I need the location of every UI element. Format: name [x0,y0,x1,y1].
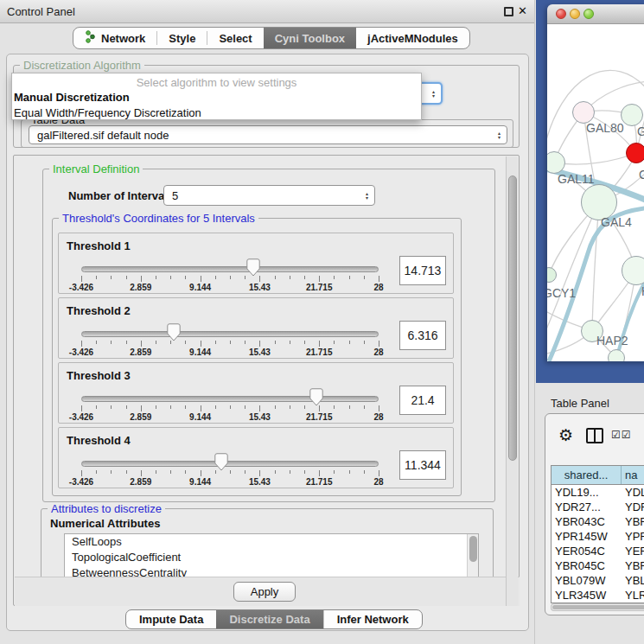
slider-tick [290,276,290,279]
cell-shared-name[interactable]: YBR045C [552,558,622,573]
cell-name[interactable]: YDL1 [622,485,644,500]
slider-scale-label: 15.43 [240,283,278,292]
number-of-intervals-combobox[interactable]: 5 ▴▾ [163,185,375,206]
slider-knob[interactable] [167,323,181,341]
attribute-item[interactable]: BetweennessCentrality [65,565,478,577]
red-node[interactable] [626,143,644,163]
numerical-attributes-list[interactable]: SelfLoopsTopologicalCoefficientBetweenne… [64,533,479,577]
apply-button[interactable]: Apply [233,582,296,602]
slider-knob[interactable] [309,388,323,406]
bottom-node[interactable] [608,349,625,361]
tab-impute-data[interactable]: Impute Data [126,610,216,628]
tab-select[interactable]: Select [207,28,263,48]
table-data-combobox[interactable]: galFiltered.sif default node ▴▾ [29,125,507,144]
network-window-titlebar[interactable] [547,4,644,24]
cell-shared-name[interactable]: YBR043C [552,514,622,529]
table-row[interactable]: YLR345WYLR3 [552,588,644,603]
cell-name[interactable]: YLR3 [622,588,644,603]
table-row[interactable]: YDL19...YDL1 [552,485,644,500]
scrollbar-thumb[interactable] [469,536,477,562]
slider-track[interactable] [81,331,379,337]
cell-name[interactable]: YER0 [622,544,644,558]
table-row[interactable]: YBR043CYBR0 [552,514,644,529]
cell-shared-name[interactable]: YDL19... [552,485,622,500]
slider-scale-label: 9.144 [182,283,220,292]
slider-scale-label: 21.715 [300,412,338,422]
settings-vertical-scrollbar[interactable] [506,156,518,606]
table-rows: YDL19...YDL1YDR27...YDR2YBR043CYBR0YPR14… [552,485,644,603]
threshold-3-slider[interactable]: -3.4262.8599.14415.4321.71528 [59,363,398,424]
cell-shared-name[interactable]: YDR27... [552,500,622,514]
close-icon[interactable]: ✕ [518,4,527,17]
network-view-window[interactable]: GAL80GCGAL11GAL4GCY1HHAP2 [547,4,644,361]
table-row[interactable]: YDR27...YDR2 [552,500,644,514]
attributes-scrollbar[interactable] [467,534,478,577]
table-row[interactable]: YBL079WYBL0 [552,573,644,588]
table-row[interactable]: YBR045CYBR0 [552,558,644,573]
select-columns-checkboxes-icon[interactable]: ☑☑ [611,429,632,441]
table-row[interactable]: YPR145WYPR1 [552,529,644,544]
cell-name[interactable]: YBL0 [622,573,644,588]
slider-scale-label: 28 [360,477,398,487]
slider-scale-label: 15.43 [240,348,278,357]
cell-name[interactable]: YDR2 [622,500,644,514]
slider-knob[interactable] [246,258,260,277]
algorithm-option-manual[interactable]: Manual Discretization [12,90,421,105]
attribute-item[interactable]: SelfLoops [65,534,478,550]
column-header-shared-name[interactable]: shared... [552,466,622,484]
slider-track[interactable] [81,396,379,402]
threshold-4-slider[interactable]: -3.4262.8599.14415.4321.71528 [59,428,398,489]
slider-track[interactable] [81,266,379,272]
threshold-4-value-field[interactable]: 11.344 [399,450,446,480]
tab-style[interactable]: Style [157,28,207,48]
threshold-3-value-field[interactable]: 21.4 [399,386,446,415]
node-label: GAL4 [601,215,632,229]
cell-shared-name[interactable]: YPR145W [552,529,622,544]
threshold-2-value-field[interactable]: 6.316 [399,321,446,350]
cell-shared-name[interactable]: YLR345W [552,588,622,603]
slider-scale-label: -3.426 [62,283,100,292]
close-traffic-light-icon[interactable] [556,9,566,19]
node-attribute-table[interactable]: shared... na YDL19...YDL1YDR27...YDR2YBR… [551,465,644,603]
cell-name[interactable]: YBR0 [622,558,644,573]
network-canvas[interactable]: GAL80GCGAL11GAL4GCY1HHAP2 [547,24,644,361]
scrollbar-thumb[interactable] [508,175,517,461]
attribute-item[interactable]: TopologicalCoefficient [65,550,478,565]
slider-tick [156,341,156,344]
gear-icon[interactable]: ⚙ [558,425,573,444]
tab-network[interactable]: Network [73,28,156,48]
table-horizontal-scrollbar[interactable] [551,603,644,611]
slider-tick [275,470,276,474]
zoom-traffic-light-icon[interactable] [583,9,594,19]
algorithm-option-equal-width[interactable]: Equal Width/Frequency Discretization [12,105,421,121]
tab-infer-network[interactable]: Infer Network [324,610,422,628]
slider-tick [230,470,231,474]
slider-tick [201,341,201,347]
threshold-1-value-field[interactable]: 14.713 [399,256,446,285]
column-header-name[interactable]: na [622,466,644,484]
threshold-2-slider[interactable]: -3.4262.8599.14415.4321.71528 [59,298,398,360]
slider-tick [230,405,231,409]
split-columns-icon[interactable] [586,428,603,443]
control-panel: Control Panel ✕ Network Style Select Cyn… [0,0,535,644]
float-window-icon[interactable] [504,7,513,16]
slider-tick [185,405,186,409]
node-label: GAL11 [558,172,595,186]
right-node[interactable] [622,256,644,285]
cell-shared-name[interactable]: YER054C [552,544,622,558]
panel-title: Control Panel [7,5,75,18]
tab-discretize-data[interactable]: Discretize Data [216,610,322,628]
slider-tick [364,276,365,279]
threshold-1-slider[interactable]: -3.4262.8599.14415.4321.71528 [59,233,398,295]
tab-jactivemnodules[interactable]: jActiveMNodules [356,28,469,48]
tab-cyni-toolbox[interactable]: Cyni Toolbox [264,28,356,48]
cell-shared-name[interactable]: YBL079W [552,573,622,588]
table-row[interactable]: YER054CYER0 [552,544,644,558]
slider-track[interactable] [81,461,379,467]
scrollbar-thumb[interactable] [552,605,644,609]
slider-knob[interactable] [214,453,228,471]
cell-name[interactable]: YPR1 [622,529,644,544]
cell-name[interactable]: YBR0 [622,514,644,529]
minimize-traffic-light-icon[interactable] [570,9,580,19]
node-label: GCY1 [547,286,576,300]
